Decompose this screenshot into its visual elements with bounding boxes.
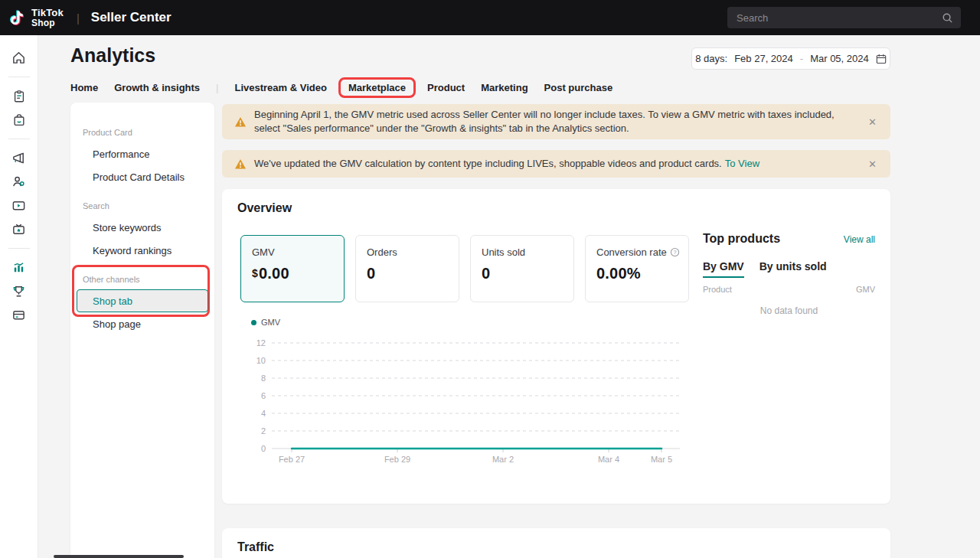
- live-tv-icon[interactable]: [6, 217, 32, 241]
- tabs-divider: |: [216, 82, 218, 93]
- traffic-title: Traffic: [237, 540, 274, 554]
- traffic-card: Traffic View key metrics to understand y…: [222, 528, 890, 558]
- date-start: Feb 27, 2024: [734, 53, 793, 64]
- view-all-link[interactable]: View all: [844, 234, 875, 245]
- sidebar-section-label-product-card: Product Card: [83, 122, 132, 142]
- sidebar-item-keyword-rankings[interactable]: Keyword rankings: [77, 239, 208, 262]
- metric-label: Conversion rate?: [596, 246, 688, 258]
- tab-product[interactable]: Product: [427, 79, 465, 96]
- sidebar-item-shop-page[interactable]: Shop page: [77, 312, 208, 335]
- svg-text:4: 4: [261, 409, 266, 418]
- sidebar-item-product-card-details[interactable]: Product Card Details: [77, 165, 208, 188]
- svg-text:2: 2: [261, 426, 266, 436]
- metric-card-conversion-rate[interactable]: Conversion rate?0.00%: [585, 235, 689, 302]
- analytics-chart-icon[interactable]: [6, 256, 32, 279]
- date-separator: -: [800, 53, 803, 64]
- overview-title: Overview: [237, 201, 292, 215]
- tab-marketing[interactable]: Marketing: [481, 79, 528, 96]
- orders-clipboard-icon[interactable]: [6, 84, 32, 108]
- products-bag-icon[interactable]: [6, 108, 32, 132]
- legend-label-gmv: GMV: [261, 318, 280, 327]
- banner-close-button[interactable]: ✕: [868, 158, 877, 170]
- help-icon[interactable]: ?: [670, 247, 680, 257]
- warning-triangle-icon: [234, 158, 247, 170]
- search-icon[interactable]: [942, 12, 953, 24]
- date-range-picker[interactable]: 8 days: Feb 27, 2024 - Mar 05, 2024: [691, 47, 890, 70]
- legend-dot-gmv: [251, 320, 256, 325]
- tab-home[interactable]: Home: [70, 79, 98, 96]
- content-video-icon[interactable]: [6, 194, 32, 217]
- tab-growth-insights[interactable]: Growth & insights: [114, 79, 200, 96]
- sidebar-section-label-other-channels: Other channels: [83, 269, 140, 289]
- rail-divider: [8, 248, 30, 249]
- notice-banner: Beginning April 1, the GMV metric used a…: [222, 104, 890, 139]
- gmv-chart-svg: 024681012Feb 27Feb 29Mar 2Mar 4Mar 5: [237, 338, 681, 474]
- tiktok-note-icon: [8, 8, 26, 28]
- search-input[interactable]: [735, 11, 942, 24]
- banner-link[interactable]: To View: [725, 158, 760, 169]
- affiliate-people-icon[interactable]: [6, 170, 32, 194]
- metric-value: $0.00: [252, 265, 344, 282]
- overview-card: Overview Top products View all By GMVBy …: [222, 189, 890, 504]
- warning-triangle-icon: [234, 116, 247, 128]
- topbar: TikTok Shop | Seller Center: [0, 0, 980, 35]
- svg-text:Mar 4: Mar 4: [598, 455, 619, 464]
- date-end: Mar 05, 2024: [810, 53, 869, 64]
- svg-text:10: 10: [256, 356, 266, 365]
- metric-card-units-sold[interactable]: Units sold0: [470, 235, 574, 302]
- currency-symbol: $: [252, 267, 258, 279]
- notice-banner: We've updated the GMV calculation by con…: [222, 150, 890, 178]
- column-gmv: GMV: [856, 285, 875, 294]
- app-title: Seller Center: [91, 10, 172, 25]
- topbar-separator: |: [77, 11, 80, 24]
- calendar-icon[interactable]: [876, 54, 887, 64]
- top-products-header: Product GMV: [703, 285, 875, 294]
- metric-card-gmv[interactable]: GMV$0.00: [240, 235, 345, 302]
- sidebar-item-shop-tab[interactable]: Shop tab: [77, 289, 208, 312]
- metric-value: 0: [367, 265, 459, 282]
- growth-trophy-icon[interactable]: [6, 279, 32, 303]
- banner-close-button[interactable]: ✕: [868, 116, 877, 128]
- analytics-sidebar: Product CardPerformanceProduct Card Deta…: [70, 103, 214, 558]
- tab-livestream-video[interactable]: Livestream & Video: [234, 79, 326, 96]
- svg-text:Mar 5: Mar 5: [651, 455, 672, 464]
- tab-marketplace[interactable]: Marketplace: [338, 77, 416, 98]
- svg-text:Feb 29: Feb 29: [384, 455, 410, 464]
- tiktok-shop-logo[interactable]: TikTok Shop: [0, 8, 64, 28]
- sidebar-item-store-keywords[interactable]: Store keywords: [77, 216, 208, 239]
- chart-legend: GMV: [251, 318, 280, 327]
- metric-label: Orders: [367, 246, 459, 258]
- sidebar-item-performance[interactable]: Performance: [77, 142, 208, 165]
- svg-text:Mar 2: Mar 2: [492, 455, 514, 464]
- horizontal-scrollbar-thumb[interactable]: [54, 555, 184, 558]
- banner-text: We've updated the GMV calculation by con…: [254, 157, 856, 171]
- rail-divider: [8, 139, 30, 139]
- home-icon[interactable]: [6, 46, 32, 70]
- logo-wordmark: TikTok Shop: [31, 8, 64, 28]
- svg-text:6: 6: [261, 391, 266, 400]
- metric-value: 0.00%: [596, 265, 688, 282]
- svg-text:12: 12: [256, 338, 266, 348]
- column-product: Product: [703, 285, 732, 294]
- banner-text: Beginning April 1, the GMV metric used a…: [254, 108, 856, 135]
- svg-text:0: 0: [261, 444, 266, 453]
- rail-divider: [8, 77, 30, 77]
- svg-text:8: 8: [261, 374, 266, 383]
- global-search[interactable]: [727, 7, 961, 28]
- empty-state-text: No data found: [703, 305, 875, 316]
- date-range-prefix: 8 days:: [695, 53, 727, 64]
- gmv-line-chart: 024681012Feb 27Feb 29Mar 2Mar 4Mar 5: [237, 338, 681, 474]
- top-products-tab-by-gmv[interactable]: By GMV: [703, 260, 744, 278]
- page-title: Analytics: [70, 44, 155, 67]
- metric-card-orders[interactable]: Orders0: [355, 235, 459, 302]
- nav-rail: [0, 35, 38, 558]
- metric-value: 0: [482, 265, 573, 282]
- top-products-tab-by-units-sold[interactable]: By units sold: [760, 260, 827, 278]
- metric-label: Units sold: [482, 246, 573, 258]
- top-products-panel: Top products View all By GMVBy units sol…: [703, 232, 875, 316]
- svg-text:Feb 27: Feb 27: [279, 455, 305, 464]
- tab-post-purchase[interactable]: Post purchase: [544, 79, 613, 96]
- finance-card-icon[interactable]: [6, 303, 32, 327]
- metric-label: GMV: [252, 246, 344, 258]
- marketing-megaphone-icon[interactable]: [6, 146, 32, 170]
